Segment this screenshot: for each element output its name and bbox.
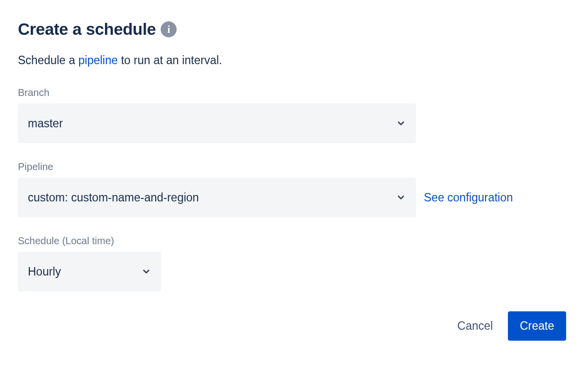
branch-select[interactable]: master [18,103,416,143]
description-suffix: to run at an interval. [118,54,222,67]
info-icon[interactable]: i [161,21,177,37]
schedule-select[interactable]: Hourly [18,252,161,291]
see-configuration-link[interactable]: See configuration [424,191,513,204]
page-title: Create a schedule [18,20,156,39]
pipeline-select[interactable]: custom: custom-name-and-region [18,178,416,217]
chevron-down-icon [396,192,406,202]
description-prefix: Schedule a [18,54,78,67]
chevron-down-icon [141,267,151,277]
description: Schedule a pipeline to run at an interva… [18,54,570,67]
pipeline-label: Pipeline [18,161,570,173]
pipeline-select-value: custom: custom-name-and-region [28,191,199,204]
create-button[interactable]: Create [508,311,566,341]
chevron-down-icon [396,118,406,128]
cancel-button[interactable]: Cancel [452,313,498,339]
branch-select-value: master [28,117,63,130]
schedule-label: Schedule (Local time) [18,235,570,247]
branch-label: Branch [18,87,570,98]
schedule-select-value: Hourly [28,265,61,279]
pipeline-link[interactable]: pipeline [78,54,117,67]
